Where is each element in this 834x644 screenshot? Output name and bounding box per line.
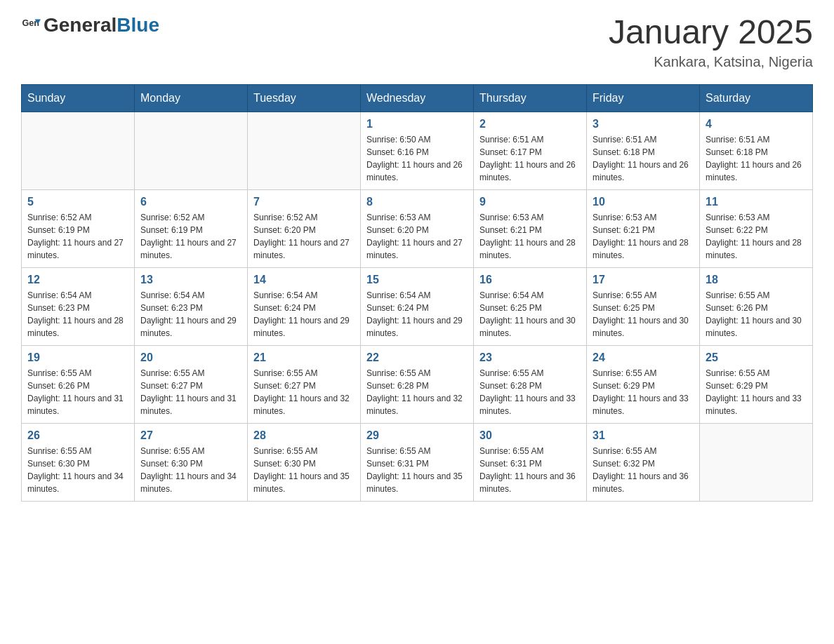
day-number: 7	[253, 196, 355, 208]
calendar-cell: 4Sunrise: 6:51 AM Sunset: 6:18 PM Daylig…	[700, 112, 813, 189]
calendar-cell: 21Sunrise: 6:55 AM Sunset: 6:27 PM Dayli…	[248, 345, 361, 423]
calendar-cell: 24Sunrise: 6:55 AM Sunset: 6:29 PM Dayli…	[587, 345, 700, 423]
calendar-cell: 3Sunrise: 6:51 AM Sunset: 6:18 PM Daylig…	[587, 112, 700, 189]
day-info: Sunrise: 6:54 AM Sunset: 6:23 PM Dayligh…	[140, 289, 241, 340]
day-number: 23	[479, 351, 581, 364]
day-number: 11	[706, 196, 807, 208]
calendar-cell: 16Sunrise: 6:54 AM Sunset: 6:25 PM Dayli…	[474, 267, 587, 345]
day-number: 10	[593, 196, 694, 208]
day-number: 2	[479, 118, 581, 130]
day-number: 26	[27, 429, 128, 442]
day-info: Sunrise: 6:55 AM Sunset: 6:27 PM Dayligh…	[140, 367, 241, 417]
weekday-header-tuesday: Tuesday	[248, 84, 361, 112]
calendar-week-row: 19Sunrise: 6:55 AM Sunset: 6:26 PM Dayli…	[22, 345, 813, 423]
day-info: Sunrise: 6:54 AM Sunset: 6:23 PM Dayligh…	[27, 289, 128, 340]
day-number: 13	[140, 274, 241, 286]
calendar-cell: 19Sunrise: 6:55 AM Sunset: 6:26 PM Dayli…	[22, 345, 135, 423]
day-info: Sunrise: 6:52 AM Sunset: 6:20 PM Dayligh…	[253, 211, 355, 262]
weekday-header-wednesday: Wednesday	[361, 84, 474, 112]
day-info: Sunrise: 6:55 AM Sunset: 6:29 PM Dayligh…	[706, 367, 807, 417]
calendar-cell: 7Sunrise: 6:52 AM Sunset: 6:20 PM Daylig…	[248, 189, 361, 267]
calendar-cell: 29Sunrise: 6:55 AM Sunset: 6:31 PM Dayli…	[361, 423, 474, 501]
day-number: 25	[706, 351, 807, 364]
calendar-cell: 26Sunrise: 6:55 AM Sunset: 6:30 PM Dayli…	[22, 423, 135, 501]
calendar-cell: 25Sunrise: 6:55 AM Sunset: 6:29 PM Dayli…	[700, 345, 813, 423]
calendar-cell: 23Sunrise: 6:55 AM Sunset: 6:28 PM Dayli…	[474, 345, 587, 423]
day-info: Sunrise: 6:52 AM Sunset: 6:19 PM Dayligh…	[140, 211, 241, 262]
day-info: Sunrise: 6:53 AM Sunset: 6:20 PM Dayligh…	[366, 211, 468, 262]
day-info: Sunrise: 6:53 AM Sunset: 6:21 PM Dayligh…	[479, 211, 581, 262]
day-info: Sunrise: 6:51 AM Sunset: 6:18 PM Dayligh…	[593, 133, 694, 184]
logo-blue-text: Blue	[117, 14, 159, 36]
calendar-cell: 20Sunrise: 6:55 AM Sunset: 6:27 PM Dayli…	[135, 345, 248, 423]
day-number: 6	[140, 196, 241, 208]
day-info: Sunrise: 6:55 AM Sunset: 6:30 PM Dayligh…	[27, 445, 128, 495]
weekday-header-row: SundayMondayTuesdayWednesdayThursdayFrid…	[22, 84, 813, 112]
calendar-cell	[700, 423, 813, 501]
day-number: 9	[479, 196, 581, 208]
calendar-subtitle: Kankara, Katsina, Nigeria	[609, 54, 813, 70]
day-info: Sunrise: 6:52 AM Sunset: 6:19 PM Dayligh…	[27, 211, 128, 262]
day-info: Sunrise: 6:55 AM Sunset: 6:26 PM Dayligh…	[706, 289, 807, 340]
logo-general-text: General	[44, 14, 117, 36]
weekday-header-sunday: Sunday	[22, 84, 135, 112]
logo: Gen GeneralBlue	[21, 14, 159, 36]
day-info: Sunrise: 6:53 AM Sunset: 6:21 PM Dayligh…	[593, 211, 694, 262]
day-info: Sunrise: 6:55 AM Sunset: 6:28 PM Dayligh…	[479, 367, 581, 417]
day-info: Sunrise: 6:55 AM Sunset: 6:27 PM Dayligh…	[253, 367, 355, 417]
calendar-table: SundayMondayTuesdayWednesdayThursdayFrid…	[21, 84, 813, 502]
calendar-cell: 15Sunrise: 6:54 AM Sunset: 6:24 PM Dayli…	[361, 267, 474, 345]
weekday-header-monday: Monday	[135, 84, 248, 112]
day-info: Sunrise: 6:54 AM Sunset: 6:24 PM Dayligh…	[366, 289, 468, 340]
calendar-cell: 2Sunrise: 6:51 AM Sunset: 6:17 PM Daylig…	[474, 112, 587, 189]
day-number: 30	[479, 429, 581, 442]
calendar-cell	[22, 112, 135, 189]
day-number: 20	[140, 351, 241, 364]
calendar-cell	[135, 112, 248, 189]
calendar-cell: 5Sunrise: 6:52 AM Sunset: 6:19 PM Daylig…	[22, 189, 135, 267]
calendar-cell: 10Sunrise: 6:53 AM Sunset: 6:21 PM Dayli…	[587, 189, 700, 267]
calendar-cell: 22Sunrise: 6:55 AM Sunset: 6:28 PM Dayli…	[361, 345, 474, 423]
title-block: January 2025 Kankara, Katsina, Nigeria	[609, 14, 813, 70]
day-number: 19	[27, 351, 128, 364]
day-info: Sunrise: 6:55 AM Sunset: 6:31 PM Dayligh…	[366, 445, 468, 495]
calendar-cell: 28Sunrise: 6:55 AM Sunset: 6:30 PM Dayli…	[248, 423, 361, 501]
calendar-cell: 1Sunrise: 6:50 AM Sunset: 6:16 PM Daylig…	[361, 112, 474, 189]
day-info: Sunrise: 6:54 AM Sunset: 6:24 PM Dayligh…	[253, 289, 355, 340]
day-number: 18	[706, 274, 807, 286]
calendar-cell	[248, 112, 361, 189]
day-number: 14	[253, 274, 355, 286]
day-info: Sunrise: 6:55 AM Sunset: 6:31 PM Dayligh…	[479, 445, 581, 495]
calendar-week-row: 12Sunrise: 6:54 AM Sunset: 6:23 PM Dayli…	[22, 267, 813, 345]
calendar-cell: 8Sunrise: 6:53 AM Sunset: 6:20 PM Daylig…	[361, 189, 474, 267]
day-number: 1	[366, 118, 468, 130]
calendar-week-row: 1Sunrise: 6:50 AM Sunset: 6:16 PM Daylig…	[22, 112, 813, 189]
day-number: 12	[27, 274, 128, 286]
weekday-header-friday: Friday	[587, 84, 700, 112]
day-info: Sunrise: 6:55 AM Sunset: 6:25 PM Dayligh…	[593, 289, 694, 340]
day-number: 8	[366, 196, 468, 208]
day-number: 5	[27, 196, 128, 208]
calendar-cell: 12Sunrise: 6:54 AM Sunset: 6:23 PM Dayli…	[22, 267, 135, 345]
calendar-cell: 14Sunrise: 6:54 AM Sunset: 6:24 PM Dayli…	[248, 267, 361, 345]
day-number: 29	[366, 429, 468, 442]
day-number: 16	[479, 274, 581, 286]
weekday-header-saturday: Saturday	[700, 84, 813, 112]
day-info: Sunrise: 6:51 AM Sunset: 6:17 PM Dayligh…	[479, 133, 581, 184]
calendar-week-row: 5Sunrise: 6:52 AM Sunset: 6:19 PM Daylig…	[22, 189, 813, 267]
day-info: Sunrise: 6:54 AM Sunset: 6:25 PM Dayligh…	[479, 289, 581, 340]
calendar-cell: 27Sunrise: 6:55 AM Sunset: 6:30 PM Dayli…	[135, 423, 248, 501]
day-info: Sunrise: 6:51 AM Sunset: 6:18 PM Dayligh…	[706, 133, 807, 184]
day-info: Sunrise: 6:55 AM Sunset: 6:28 PM Dayligh…	[366, 367, 468, 417]
day-number: 21	[253, 351, 355, 364]
day-number: 28	[253, 429, 355, 442]
day-number: 24	[593, 351, 694, 364]
logo-icon: Gen	[21, 15, 41, 35]
day-info: Sunrise: 6:55 AM Sunset: 6:26 PM Dayligh…	[27, 367, 128, 417]
day-info: Sunrise: 6:55 AM Sunset: 6:30 PM Dayligh…	[140, 445, 241, 495]
calendar-week-row: 26Sunrise: 6:55 AM Sunset: 6:30 PM Dayli…	[22, 423, 813, 501]
day-info: Sunrise: 6:53 AM Sunset: 6:22 PM Dayligh…	[706, 211, 807, 262]
day-number: 22	[366, 351, 468, 364]
day-number: 27	[140, 429, 241, 442]
day-number: 31	[593, 429, 694, 442]
